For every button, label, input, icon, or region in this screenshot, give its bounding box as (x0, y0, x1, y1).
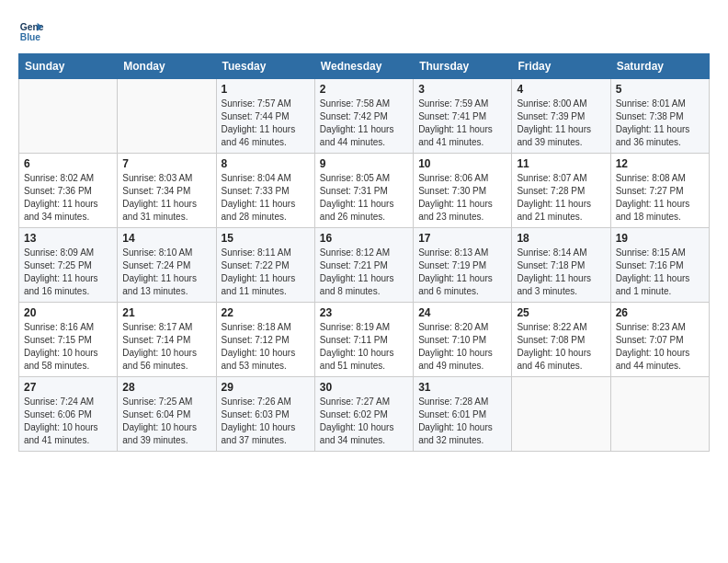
day-number: 17 (418, 232, 506, 245)
header-cell-sunday: Sunday (19, 54, 118, 79)
day-cell: 27Sunrise: 7:24 AM Sunset: 6:06 PM Dayli… (19, 377, 118, 452)
day-number: 21 (122, 306, 210, 319)
day-cell (118, 79, 216, 154)
day-info: Sunrise: 7:57 AM Sunset: 7:44 PM Dayligh… (222, 98, 310, 149)
day-number: 28 (122, 381, 210, 394)
week-row-2: 6Sunrise: 8:02 AM Sunset: 7:36 PM Daylig… (19, 154, 710, 228)
day-info: Sunrise: 8:12 AM Sunset: 7:21 PM Dayligh… (320, 247, 408, 298)
day-info: Sunrise: 7:24 AM Sunset: 6:06 PM Dayligh… (24, 396, 112, 447)
day-info: Sunrise: 7:25 AM Sunset: 6:04 PM Dayligh… (122, 396, 210, 447)
day-number: 15 (222, 232, 310, 245)
day-cell: 19Sunrise: 8:15 AM Sunset: 7:16 PM Dayli… (610, 228, 709, 303)
day-number: 20 (24, 306, 112, 319)
day-info: Sunrise: 8:05 AM Sunset: 7:31 PM Dayligh… (320, 172, 408, 224)
day-info: Sunrise: 8:02 AM Sunset: 7:36 PM Dayligh… (24, 172, 112, 224)
day-cell (610, 377, 709, 452)
svg-text:Blue: Blue (20, 32, 41, 42)
day-cell: 9Sunrise: 8:05 AM Sunset: 7:31 PM Daylig… (314, 154, 413, 228)
day-cell: 18Sunrise: 8:14 AM Sunset: 7:18 PM Dayli… (512, 228, 610, 303)
day-number: 23 (320, 306, 408, 319)
header-cell-tuesday: Tuesday (216, 54, 314, 79)
day-cell (19, 79, 118, 154)
day-cell: 24Sunrise: 8:20 AM Sunset: 7:10 PM Dayli… (414, 303, 512, 377)
day-cell: 1Sunrise: 7:57 AM Sunset: 7:44 PM Daylig… (216, 79, 314, 154)
day-cell: 16Sunrise: 8:12 AM Sunset: 7:21 PM Dayli… (314, 228, 413, 303)
day-info: Sunrise: 8:09 AM Sunset: 7:25 PM Dayligh… (24, 247, 112, 298)
calendar-body: 1Sunrise: 7:57 AM Sunset: 7:44 PM Daylig… (19, 79, 710, 452)
day-cell: 23Sunrise: 8:19 AM Sunset: 7:11 PM Dayli… (314, 303, 413, 377)
day-cell: 2Sunrise: 7:58 AM Sunset: 7:42 PM Daylig… (314, 79, 413, 154)
day-cell: 31Sunrise: 7:28 AM Sunset: 6:01 PM Dayli… (414, 377, 512, 452)
day-cell: 6Sunrise: 8:02 AM Sunset: 7:36 PM Daylig… (19, 154, 118, 228)
day-cell: 25Sunrise: 8:22 AM Sunset: 7:08 PM Dayli… (512, 303, 610, 377)
day-info: Sunrise: 8:01 AM Sunset: 7:38 PM Dayligh… (616, 98, 704, 149)
header-cell-thursday: Thursday (414, 54, 512, 79)
day-info: Sunrise: 8:04 AM Sunset: 7:33 PM Dayligh… (222, 172, 310, 224)
day-cell: 10Sunrise: 8:06 AM Sunset: 7:30 PM Dayli… (414, 154, 512, 228)
logo-icon: General Blue (18, 18, 44, 44)
day-info: Sunrise: 8:14 AM Sunset: 7:18 PM Dayligh… (517, 247, 605, 298)
day-info: Sunrise: 8:15 AM Sunset: 7:16 PM Dayligh… (616, 247, 704, 298)
logo: General Blue (18, 18, 44, 44)
header-cell-friday: Friday (512, 54, 610, 79)
week-row-1: 1Sunrise: 7:57 AM Sunset: 7:44 PM Daylig… (19, 79, 710, 154)
day-cell: 3Sunrise: 7:59 AM Sunset: 7:41 PM Daylig… (414, 79, 512, 154)
day-number: 1 (222, 83, 310, 96)
day-cell: 17Sunrise: 8:13 AM Sunset: 7:19 PM Dayli… (414, 228, 512, 303)
day-cell (512, 377, 610, 452)
day-cell: 22Sunrise: 8:18 AM Sunset: 7:12 PM Dayli… (216, 303, 314, 377)
header-row: SundayMondayTuesdayWednesdayThursdayFrid… (19, 54, 710, 79)
day-number: 24 (418, 306, 506, 319)
day-number: 31 (418, 381, 506, 394)
calendar-header: SundayMondayTuesdayWednesdayThursdayFrid… (19, 54, 710, 79)
day-info: Sunrise: 7:26 AM Sunset: 6:03 PM Dayligh… (222, 396, 310, 447)
day-number: 18 (517, 232, 605, 245)
day-info: Sunrise: 8:07 AM Sunset: 7:28 PM Dayligh… (517, 172, 605, 224)
day-info: Sunrise: 7:59 AM Sunset: 7:41 PM Dayligh… (418, 98, 506, 149)
day-cell: 20Sunrise: 8:16 AM Sunset: 7:15 PM Dayli… (19, 303, 118, 377)
day-number: 26 (616, 306, 704, 319)
day-number: 19 (616, 232, 704, 245)
day-number: 12 (616, 157, 704, 170)
day-cell: 4Sunrise: 8:00 AM Sunset: 7:39 PM Daylig… (512, 79, 610, 154)
day-cell: 7Sunrise: 8:03 AM Sunset: 7:34 PM Daylig… (118, 154, 216, 228)
day-info: Sunrise: 8:18 AM Sunset: 7:12 PM Dayligh… (222, 321, 310, 373)
day-number: 11 (517, 157, 605, 170)
day-info: Sunrise: 7:28 AM Sunset: 6:01 PM Dayligh… (418, 396, 506, 447)
header-cell-monday: Monday (118, 54, 216, 79)
day-info: Sunrise: 8:20 AM Sunset: 7:10 PM Dayligh… (418, 321, 506, 373)
day-info: Sunrise: 8:23 AM Sunset: 7:07 PM Dayligh… (616, 321, 704, 373)
day-number: 8 (222, 157, 310, 170)
day-info: Sunrise: 7:27 AM Sunset: 6:02 PM Dayligh… (320, 396, 408, 447)
day-cell: 28Sunrise: 7:25 AM Sunset: 6:04 PM Dayli… (118, 377, 216, 452)
day-number: 2 (320, 83, 408, 96)
day-number: 4 (517, 83, 605, 96)
day-info: Sunrise: 8:03 AM Sunset: 7:34 PM Dayligh… (122, 172, 210, 224)
day-cell: 26Sunrise: 8:23 AM Sunset: 7:07 PM Dayli… (610, 303, 709, 377)
day-number: 7 (122, 157, 210, 170)
header-cell-saturday: Saturday (610, 54, 709, 79)
calendar-table: SundayMondayTuesdayWednesdayThursdayFrid… (18, 53, 710, 452)
day-info: Sunrise: 8:16 AM Sunset: 7:15 PM Dayligh… (24, 321, 112, 373)
week-row-5: 27Sunrise: 7:24 AM Sunset: 6:06 PM Dayli… (19, 377, 710, 452)
day-cell: 15Sunrise: 8:11 AM Sunset: 7:22 PM Dayli… (216, 228, 314, 303)
day-info: Sunrise: 7:58 AM Sunset: 7:42 PM Dayligh… (320, 98, 408, 149)
day-cell: 5Sunrise: 8:01 AM Sunset: 7:38 PM Daylig… (610, 79, 709, 154)
day-cell: 13Sunrise: 8:09 AM Sunset: 7:25 PM Dayli… (19, 228, 118, 303)
day-number: 29 (222, 381, 310, 394)
day-number: 25 (517, 306, 605, 319)
day-info: Sunrise: 8:08 AM Sunset: 7:27 PM Dayligh… (616, 172, 704, 224)
day-cell: 30Sunrise: 7:27 AM Sunset: 6:02 PM Dayli… (314, 377, 413, 452)
day-cell: 29Sunrise: 7:26 AM Sunset: 6:03 PM Dayli… (216, 377, 314, 452)
header-cell-wednesday: Wednesday (314, 54, 413, 79)
day-cell: 14Sunrise: 8:10 AM Sunset: 7:24 PM Dayli… (118, 228, 216, 303)
page-header: General Blue (18, 18, 710, 44)
day-number: 10 (418, 157, 506, 170)
day-number: 9 (320, 157, 408, 170)
week-row-4: 20Sunrise: 8:16 AM Sunset: 7:15 PM Dayli… (19, 303, 710, 377)
day-number: 30 (320, 381, 408, 394)
day-number: 3 (418, 83, 506, 96)
day-cell: 11Sunrise: 8:07 AM Sunset: 7:28 PM Dayli… (512, 154, 610, 228)
day-number: 13 (24, 232, 112, 245)
day-info: Sunrise: 8:06 AM Sunset: 7:30 PM Dayligh… (418, 172, 506, 224)
